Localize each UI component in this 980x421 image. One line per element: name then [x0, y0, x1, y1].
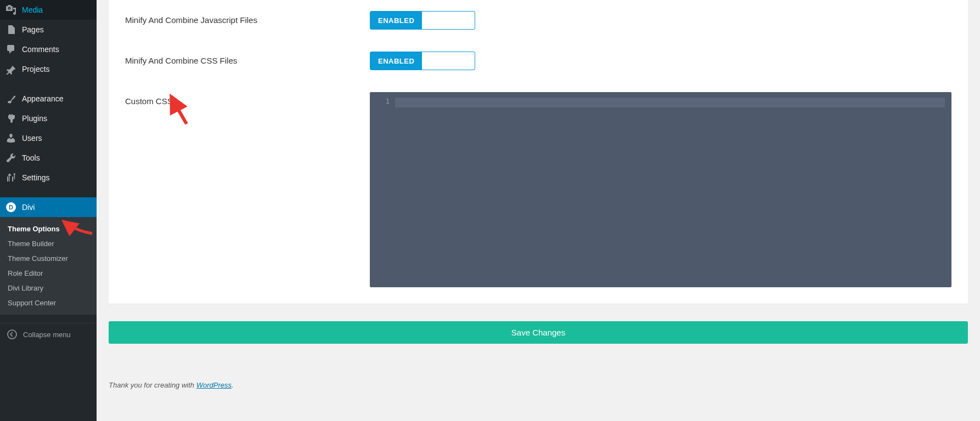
- wrench-icon: [5, 152, 16, 163]
- submenu-theme-customizer[interactable]: Theme Customizer: [0, 251, 97, 266]
- brush-icon: [5, 93, 16, 104]
- collapse-menu[interactable]: Collapse menu: [0, 323, 97, 345]
- user-icon: [5, 133, 16, 144]
- custom-css-label: Custom CSS: [125, 92, 370, 106]
- sliders-icon: [5, 172, 16, 183]
- sidebar-item-label: Comments: [22, 45, 59, 54]
- sidebar-item-label: Media: [22, 5, 43, 14]
- sidebar-item-label: Pages: [22, 25, 44, 34]
- sidebar-item-projects[interactable]: Projects: [0, 59, 97, 79]
- sidebar-item-label: Projects: [22, 65, 50, 73]
- toggle-knob: [422, 12, 475, 29]
- toggle-knob: [422, 52, 475, 70]
- minify-css-label: Minify And Combine CSS Files: [125, 52, 370, 65]
- main-content: Minify And Combine Javascript Files ENAB…: [97, 0, 980, 421]
- sidebar-item-plugins[interactable]: Plugins: [0, 109, 97, 128]
- svg-text:D: D: [9, 204, 13, 210]
- code-cursor-line: [395, 98, 945, 107]
- submenu-role-editor[interactable]: Role Editor: [0, 266, 97, 281]
- sidebar-item-tools[interactable]: Tools: [0, 148, 97, 168]
- sidebar-item-label: Appearance: [22, 94, 64, 103]
- sidebar-item-label: Plugins: [22, 114, 47, 123]
- submenu-support-center[interactable]: Support Center: [0, 295, 97, 310]
- svg-point-2: [8, 330, 16, 339]
- divi-submenu: Theme Options Theme Builder Theme Custom…: [0, 217, 97, 315]
- sidebar-item-divi[interactable]: D Divi: [0, 197, 97, 217]
- footer-credit: Thank you for creating with WordPress.: [109, 371, 968, 399]
- line-number: 1: [370, 98, 395, 107]
- admin-sidebar: Media Pages Comments Projects Appearance…: [0, 0, 97, 421]
- pin-icon: [5, 64, 16, 75]
- page-icon: [5, 24, 16, 35]
- minify-js-label: Minify And Combine Javascript Files: [125, 11, 370, 25]
- wordpress-link[interactable]: WordPress: [196, 381, 232, 389]
- submenu-theme-options[interactable]: Theme Options: [0, 221, 97, 236]
- save-changes-button[interactable]: Save Changes: [109, 321, 968, 344]
- toggle-state-label: ENABLED: [370, 52, 422, 70]
- sidebar-item-users[interactable]: Users: [0, 128, 97, 148]
- sidebar-item-label: Users: [22, 134, 42, 143]
- options-panel: Minify And Combine Javascript Files ENAB…: [109, 0, 968, 304]
- custom-css-editor[interactable]: 1: [370, 92, 951, 287]
- collapse-label: Collapse menu: [23, 331, 71, 339]
- toggle-state-label: ENABLED: [370, 12, 422, 29]
- sidebar-item-label: Divi: [22, 203, 35, 212]
- collapse-icon: [7, 329, 18, 340]
- sidebar-item-pages[interactable]: Pages: [0, 20, 97, 39]
- comment-icon: [5, 44, 16, 55]
- minify-js-toggle[interactable]: ENABLED: [370, 11, 475, 30]
- media-icon: [5, 4, 16, 15]
- minify-css-toggle[interactable]: ENABLED: [370, 52, 475, 70]
- plug-icon: [5, 113, 16, 124]
- submenu-divi-library[interactable]: Divi Library: [0, 281, 97, 295]
- sidebar-item-comments[interactable]: Comments: [0, 39, 97, 59]
- sidebar-item-appearance[interactable]: Appearance: [0, 89, 97, 109]
- submenu-theme-builder[interactable]: Theme Builder: [0, 236, 97, 251]
- sidebar-item-label: Settings: [22, 173, 50, 182]
- sidebar-item-label: Tools: [22, 153, 40, 162]
- sidebar-item-media[interactable]: Media: [0, 0, 97, 20]
- divi-icon: D: [5, 202, 16, 213]
- sidebar-item-settings[interactable]: Settings: [0, 168, 97, 187]
